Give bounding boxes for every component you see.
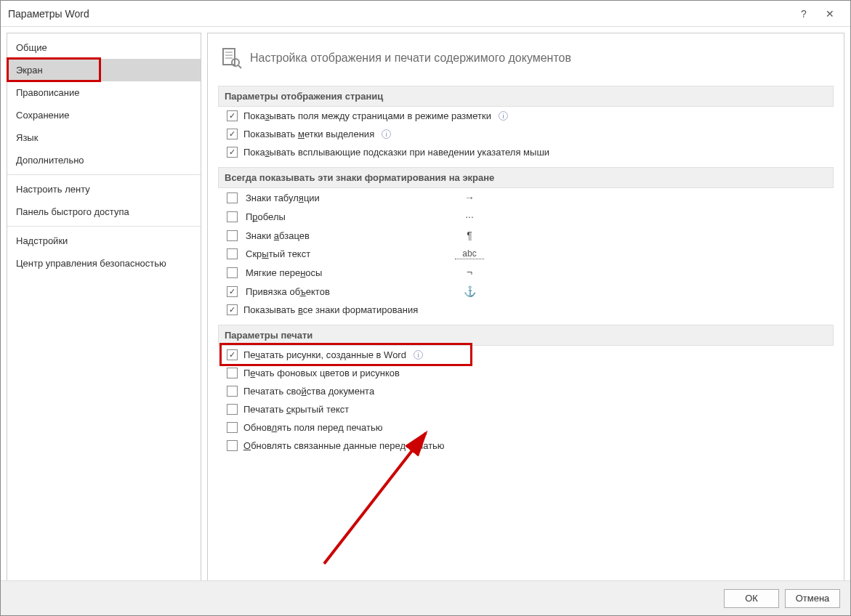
option-label: Привязка объектов: [246, 286, 449, 297]
window-title: Параметры Word: [8, 8, 791, 20]
sidebar-separator: [7, 226, 201, 227]
option-label: Мягкие переносы: [246, 267, 449, 278]
checkbox[interactable]: [227, 129, 238, 139]
help-button[interactable]: ?: [791, 1, 817, 27]
formatting-option-row: Пробелы···: [218, 207, 834, 226]
checkbox[interactable]: [227, 286, 238, 297]
sidebar-item[interactable]: Центр управления безопасностью: [7, 252, 201, 275]
sidebar-separator: [7, 174, 201, 175]
print-option-row: Обновлять связанные данные перед печатью: [218, 437, 834, 455]
print-option-row: Печатать рисунки, созданные в Wordi: [218, 346, 834, 364]
option-label: Знаки табуляции: [246, 192, 449, 203]
checkbox[interactable]: [227, 211, 238, 222]
option-row: Показывать все знаки форматирования: [218, 301, 834, 319]
option-label: Печатать свойства документа: [243, 386, 374, 397]
sidebar-item[interactable]: Язык: [7, 126, 201, 149]
sidebar-item[interactable]: Общие: [7, 36, 201, 59]
sidebar-item[interactable]: Панель быстрого доступа: [7, 200, 201, 223]
option-label: Показывать поля между страницами в режим…: [243, 110, 491, 121]
info-icon[interactable]: i: [382, 129, 391, 139]
option-label: Показывать всплывающие подсказки при нав…: [243, 147, 549, 158]
option-row: Показывать всплывающие подсказки при нав…: [218, 143, 834, 161]
close-button[interactable]: ✕: [817, 1, 843, 27]
formatting-option-row: Знаки абзацев¶: [218, 226, 834, 245]
dialog-footer: ОК Отмена: [1, 580, 850, 615]
panel-header: Настройка отображения и печати содержимо…: [218, 41, 834, 80]
main-panel: Настройка отображения и печати содержимо…: [207, 33, 844, 582]
svg-rect-0: [223, 49, 235, 65]
sidebar-item[interactable]: Настроить ленту: [7, 178, 201, 200]
print-option-row: Обновлять поля перед печатью: [218, 418, 834, 437]
section-title-formatting: Всегда показывать эти знаки форматирован…: [218, 167, 834, 188]
checkbox[interactable]: [227, 440, 238, 451]
checkbox[interactable]: [227, 404, 238, 415]
info-icon[interactable]: i: [499, 111, 508, 121]
formatting-symbol: ⚓: [455, 285, 484, 297]
sidebar-item[interactable]: Надстройки: [7, 230, 201, 252]
checkbox[interactable]: [227, 386, 238, 397]
option-label: Печать фоновых цветов и рисунков: [243, 368, 400, 378]
print-option-row: Печатать скрытый текст: [218, 400, 834, 418]
checkbox[interactable]: [227, 248, 238, 259]
sidebar-item[interactable]: Экран: [7, 59, 201, 81]
panel-header-text: Настройка отображения и печати содержимо…: [250, 52, 571, 65]
display-settings-icon: [219, 46, 243, 70]
formatting-symbol: ···: [455, 211, 484, 222]
checkbox[interactable]: [227, 304, 238, 315]
checkbox[interactable]: [227, 110, 238, 121]
info-icon[interactable]: i: [414, 350, 423, 360]
sidebar-item[interactable]: Правописание: [7, 81, 201, 104]
option-label: Пробелы: [246, 211, 449, 222]
formatting-option-row: Скрытый текстabc: [218, 245, 834, 263]
sidebar: ОбщиеЭкранПравописаниеСохранениеЯзыкДопо…: [7, 33, 201, 582]
formatting-symbol: →: [455, 192, 484, 203]
title-bar: Параметры Word ? ✕: [1, 1, 850, 27]
cancel-button[interactable]: Отмена: [785, 589, 840, 608]
checkbox[interactable]: [227, 192, 238, 203]
formatting-option-row: Мягкие переносы¬: [218, 263, 834, 282]
option-label: Знаки абзацев: [246, 230, 449, 241]
section-title-print: Параметры печати: [218, 325, 834, 346]
formatting-option-row: Знаки табуляции→: [218, 188, 834, 207]
option-label: Показывать все знаки форматирования: [243, 304, 418, 315]
sidebar-item[interactable]: Дополнительно: [7, 149, 201, 171]
checkbox[interactable]: [227, 147, 238, 158]
section-title-display: Параметры отображения страниц: [218, 86, 834, 107]
option-row: Показывать поля между страницами в режим…: [218, 107, 834, 125]
formatting-option-row: Привязка объектов⚓: [218, 282, 834, 301]
checkbox[interactable]: [227, 230, 238, 241]
option-label: Скрытый текст: [246, 248, 449, 259]
option-label: Обновлять поля перед печатью: [243, 422, 382, 433]
checkbox[interactable]: [227, 422, 238, 433]
option-label: Печатать рисунки, созданные в Word: [243, 349, 406, 360]
option-label: Обновлять связанные данные перед печатью: [243, 440, 445, 451]
option-label: Показывать метки выделения: [243, 129, 374, 139]
formatting-symbol: abc: [455, 248, 484, 259]
option-label: Печатать скрытый текст: [243, 404, 349, 415]
checkbox[interactable]: [227, 349, 238, 360]
option-row: Показывать метки выделенияi: [218, 125, 834, 143]
print-option-row: Печать фоновых цветов и рисунков: [218, 364, 834, 382]
svg-line-5: [238, 65, 241, 68]
print-option-row: Печатать свойства документа: [218, 382, 834, 400]
ok-button[interactable]: ОК: [724, 589, 779, 608]
checkbox[interactable]: [227, 267, 238, 278]
formatting-symbol: ¬: [455, 267, 484, 278]
checkbox[interactable]: [227, 368, 238, 378]
sidebar-item[interactable]: Сохранение: [7, 104, 201, 126]
formatting-symbol: ¶: [455, 230, 484, 241]
